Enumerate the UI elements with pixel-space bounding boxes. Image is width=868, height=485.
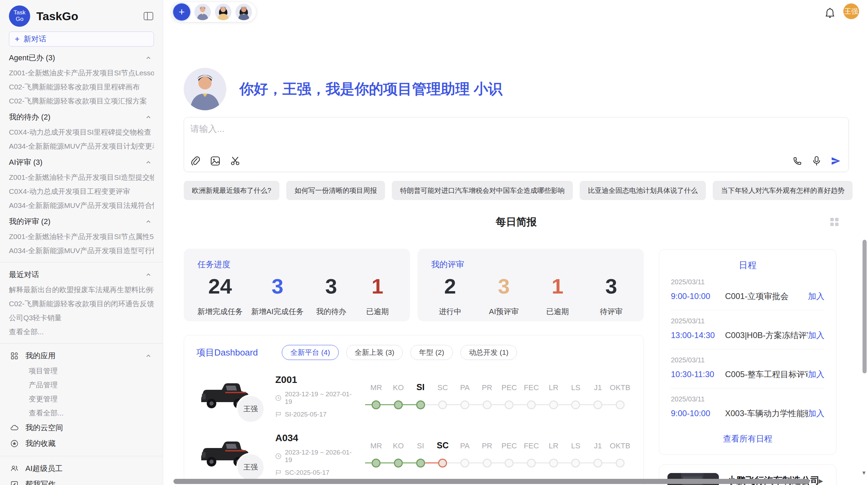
my-cloud-space[interactable]: 我的云空间 [9, 420, 154, 436]
stat-item: 3待评审 [592, 274, 630, 317]
schedule-row: 13:00-14:30C003|H0B-方案冻结评审加入 [671, 330, 824, 341]
dashboard-tab[interactable]: 全新平台 (4) [282, 345, 339, 360]
section-header[interactable]: AI评审 (3) [9, 154, 154, 170]
sidebar-task-item[interactable]: Z001-全新燃油轻卡产品开发项目SI造型提交物评审 [9, 170, 154, 184]
recent-chat-item[interactable]: C02-飞腾新能源轻客改款项目的闭环通告反馈情况 [9, 297, 154, 311]
phone-call-icon[interactable] [792, 156, 803, 166]
join-meeting-link[interactable]: 加入 [808, 330, 824, 341]
right-column: 日程 2025/03/119:00-10:00C001-立项审批会加入2025/… [659, 249, 836, 485]
horizontal-scrollbar[interactable] [173, 479, 810, 484]
sidebar-nav: Agent已办 (3)Z001-全新燃油皮卡产品开发项目SI节点Lesson L… [9, 50, 154, 485]
app-sub-item[interactable]: 变更管理 [9, 392, 154, 406]
dashboard-tab[interactable]: 年型 (2) [410, 345, 453, 360]
chat-input[interactable] [190, 124, 739, 134]
suggestion-chip[interactable]: 欧洲新规最近颁布了什么? [184, 181, 279, 200]
project-dates: 2023-12-19 ~ 2027-01-19 [275, 390, 356, 406]
suggestion-chip[interactable]: 当下年轻人对汽车外观有怎样的喜好趋势 [713, 181, 853, 200]
schedule-row: 10:30-11:30C005-整车工程目标评审加入 [671, 369, 824, 380]
milestone-dot [394, 400, 403, 409]
ai-super-employee[interactable]: AI超级员工 [9, 461, 154, 476]
recent-chat-item[interactable]: 查看全部... [9, 325, 154, 339]
image-icon[interactable] [210, 156, 220, 166]
chevron-up-icon[interactable] [143, 350, 154, 361]
scissors-icon[interactable] [230, 156, 240, 166]
view-all-schedule-link[interactable]: 查看所有日程 [671, 427, 824, 446]
schedule-date: 2025/03/11 [671, 356, 824, 364]
milestone-connector [498, 462, 505, 463]
milestone-dot [593, 459, 602, 468]
project-row[interactable]: 王强Z0012023-12-19 ~ 2027-01-19SI-2025-05-… [196, 374, 631, 418]
sidebar-task-item[interactable]: A034-全新新能源MUV产品开发项目造型可行性评审 [9, 244, 154, 258]
my-favorites[interactable]: 我的收藏 [9, 436, 154, 451]
app-sub-item[interactable]: 项目管理 [9, 364, 154, 378]
chevron-up-icon[interactable] [143, 112, 154, 123]
sidebar-task-item[interactable]: C0X4-动力总成开发项目SI里程碑提交物检查 [9, 125, 154, 139]
sidebar-task-item[interactable]: C02-飞腾新能源轻客改款项目立项汇报方案 [9, 94, 154, 108]
milestone-connector [381, 404, 387, 405]
chevron-up-icon[interactable] [143, 157, 154, 168]
layout-grid-icon[interactable] [830, 217, 839, 227]
flag-icon [275, 411, 281, 418]
milestone-connector [558, 462, 565, 463]
star-icon [9, 438, 20, 449]
sidebar-task-item[interactable]: A034-全新新能源MUV产品开发项目计划变更表编写 [9, 139, 154, 153]
milestone-connector [536, 404, 542, 405]
schedule-time: 10:30-11:30 [671, 370, 725, 379]
sidebar-task-item[interactable]: C0X4-动力总成开发项目工程变更评审 [9, 184, 154, 198]
section-title: 最近对话 [9, 270, 39, 280]
help-me-write[interactable]: 帮我写作 [9, 476, 154, 485]
project-row[interactable]: 王强A0342023-12-19 ~ 2026-01-19SC-2025-05-… [196, 433, 631, 476]
suggestion-chip[interactable]: 特朗普可能对进口汽车增税会对中国车企造成哪些影响 [392, 181, 573, 200]
vertical-scrollbar[interactable] [863, 240, 867, 373]
schedule-item: 2025/03/119:00-10:00X003-车辆动力学性能验...加入 [671, 388, 824, 427]
sidebar-task-item[interactable]: Z001-全新燃油皮卡产品开发项目SI节点Lesson Learn报告 [9, 66, 154, 80]
milestone-track: MRKOSISCPAPRPECFECLRLSJ1OKTB [365, 440, 631, 469]
briefing-card-title: 任务进度 [197, 259, 396, 270]
section-header[interactable]: 我的待办 (2) [9, 109, 154, 125]
recent-chat-item[interactable]: 公司Q3轻卡销量 [9, 311, 154, 325]
sidebar-task-item[interactable]: A034-全新新能源MUV产品开发项目法规符合性评审 [9, 198, 154, 212]
milestone-cell [498, 457, 520, 469]
schedule-name: X003-车辆动力学性能验... [725, 408, 808, 419]
chevron-up-icon[interactable] [143, 269, 154, 280]
briefing-card: 任务进度24新增完成任务3新增AI完成任务3我的待办1已逾期 [184, 249, 410, 321]
app-title: TaskGo [36, 10, 143, 23]
scroll-down-arrow-icon[interactable]: ▼ [861, 470, 867, 476]
my-apps-header[interactable]: 我的应用 [9, 348, 154, 364]
chevron-up-icon[interactable] [143, 216, 154, 227]
milestone-cell [365, 457, 387, 469]
recent-chat-item[interactable]: 解释最新出台的欧盟报废车法规再生塑料比例被调至15%... [9, 283, 154, 297]
stat-item: 2进行中 [431, 274, 469, 317]
join-meeting-link[interactable]: 加入 [808, 369, 824, 380]
milestone-dot [505, 459, 514, 468]
scroll-right-arrow-icon[interactable]: ▶ [819, 477, 823, 485]
milestone-label: OKTB [609, 442, 631, 450]
milestone-label: SI [409, 382, 432, 392]
section-header[interactable]: 我的评审 (2) [9, 214, 154, 229]
section-header[interactable]: Agent已办 (3) [9, 50, 154, 66]
join-meeting-link[interactable]: 加入 [808, 291, 824, 302]
suggestion-chip[interactable]: 如何写一份清晰的项目周报 [286, 181, 385, 200]
new-chat-button[interactable]: + 新对话 [9, 32, 154, 47]
microphone-icon[interactable] [811, 156, 822, 166]
chevron-up-icon[interactable] [143, 52, 154, 63]
milestone-cell [609, 457, 631, 469]
join-meeting-link[interactable]: 加入 [808, 408, 824, 419]
section-header[interactable]: 最近对话 [9, 267, 154, 283]
milestone-label: PA [454, 442, 476, 450]
stat-item: 1已逾期 [539, 274, 576, 317]
app-sub-item[interactable]: 产品管理 [9, 378, 154, 392]
dashboard-tab[interactable]: 动总开发 (1) [460, 345, 517, 360]
milestone-labels: MRKOSISCPAPRPECFECLRLSJ1OKTB [365, 382, 631, 392]
milestone-connector [558, 404, 565, 405]
send-icon[interactable] [831, 156, 841, 166]
sidebar-task-item[interactable]: C02-飞腾新能源轻客改款项目里程碑画布 [9, 80, 154, 94]
collapse-sidebar-icon[interactable] [143, 11, 154, 22]
briefing-card-title: 我的评审 [431, 259, 630, 270]
suggestion-chip[interactable]: 比亚迪全固态电池计划具体说了什么 [580, 181, 706, 200]
dashboard-tab[interactable]: 全新上装 (3) [346, 345, 403, 360]
attachment-icon[interactable] [190, 156, 201, 166]
project-flag: SI-2025-05-17 [275, 411, 356, 418]
sidebar-task-item[interactable]: Z001-全新燃油轻卡产品开发项目SI节点属性5D文件评审 [9, 229, 154, 244]
app-sub-item[interactable]: 查看全部... [9, 406, 154, 420]
